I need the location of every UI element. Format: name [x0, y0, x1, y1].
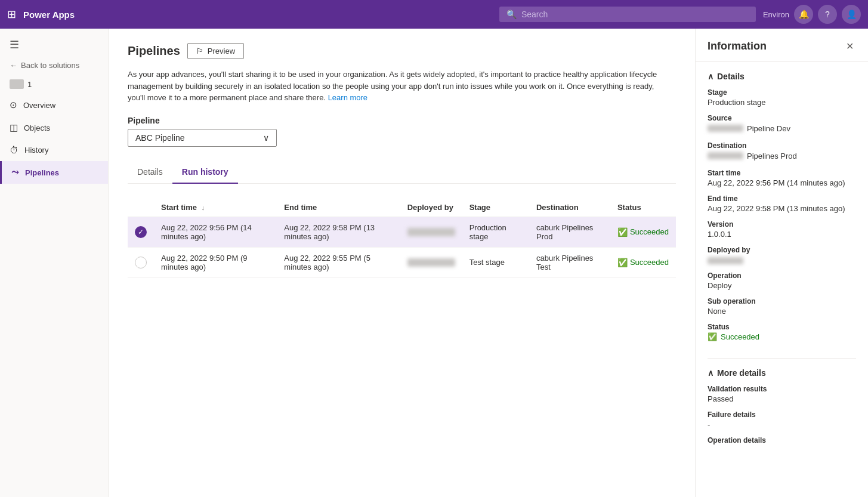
info-panel-header: Information ✕: [696, 29, 868, 62]
environment-label: Environ: [763, 10, 789, 19]
tab-details[interactable]: Details: [128, 161, 172, 184]
col-start-time[interactable]: Start time ↓: [154, 198, 277, 217]
info-field-deployed-by: Deployed by: [708, 246, 856, 264]
learn-more-link[interactable]: Learn more: [328, 93, 367, 102]
field-value: Passed: [708, 394, 856, 403]
field-value: Deploy: [708, 281, 856, 290]
field-label: Failure details: [708, 410, 856, 419]
status-value: Succeeded: [630, 227, 669, 236]
sidebar-item-label: Overview: [23, 101, 55, 110]
search-icon: 🔍: [506, 10, 517, 19]
check-circle-icon: ✓: [135, 226, 147, 238]
field-label: Deployed by: [708, 246, 856, 254]
field-label: End time: [708, 195, 856, 203]
deployed-by-cell: [400, 247, 462, 277]
search-bar[interactable]: 🔍: [499, 7, 756, 22]
user-number: 1: [27, 80, 32, 89]
sidebar-item-label: History: [24, 146, 48, 155]
close-button[interactable]: ✕: [844, 38, 856, 54]
preview-button[interactable]: 🏳 Preview: [187, 43, 244, 59]
field-value: Production stage: [708, 98, 856, 107]
blurred-avatar: [708, 125, 743, 132]
nav-right: Environ 🔔 ? 👤: [763, 5, 861, 24]
sidebar-item-history[interactable]: ⏱ History: [0, 139, 108, 161]
table-row[interactable]: ✓ Aug 22, 2022 9:56 PM (14 minutes ago) …: [128, 217, 676, 247]
start-time-cell: Aug 22, 2022 9:56 PM (14 minutes ago): [154, 217, 277, 247]
field-value-status: ✅ Succeeded: [708, 332, 856, 341]
more-details-section: ∧ More details Validation results Passed…: [696, 359, 868, 461]
source-name: Pipeline Dev: [747, 124, 790, 133]
description-text: As your app advances, you'll start shari…: [128, 69, 665, 104]
field-label: Source: [708, 114, 856, 122]
field-label: Sub operation: [708, 297, 856, 305]
pipeline-select-value: ABC Pipeline: [135, 133, 185, 143]
info-field-sub-operation: Sub operation None: [708, 297, 856, 316]
end-time-cell: Aug 22, 2022 9:58 PM (13 minutes ago): [277, 217, 400, 247]
field-label: Operation: [708, 271, 856, 280]
back-arrow-icon: ←: [10, 61, 17, 70]
tabs: Details Run history: [128, 161, 676, 184]
blurred-avatar: [708, 152, 743, 159]
pipeline-select[interactable]: ABC Pipeline ∨: [128, 129, 277, 147]
blurred-name: [708, 257, 743, 264]
user-avatar[interactable]: 👤: [842, 5, 861, 24]
status-cell: ✅ Succeeded: [610, 247, 676, 277]
sidebar-item-objects[interactable]: ◫ Objects: [0, 116, 108, 139]
preview-icon: 🏳: [196, 47, 204, 55]
info-field-status: Status ✅ Succeeded: [708, 323, 856, 341]
status-cell: ✅ Succeeded: [610, 217, 676, 247]
col-destination: Destination: [529, 198, 610, 217]
field-value: Aug 22, 2022 9:58 PM (13 minutes ago): [708, 204, 856, 213]
app-title: Power Apps: [23, 10, 75, 20]
sidebar-item-overview[interactable]: ⊙ Overview: [0, 94, 108, 116]
grid-icon[interactable]: ⊞: [7, 8, 16, 21]
field-value: Aug 22, 2022 9:56 PM (14 minutes ago): [708, 178, 856, 187]
field-label: Version: [708, 220, 856, 229]
row-check-cell: [128, 247, 154, 277]
field-label: Validation results: [708, 385, 856, 393]
table-row[interactable]: Aug 22, 2022 9:50 PM (9 minutes ago) Aug…: [128, 247, 676, 277]
sidebar: ☰ ← Back to solutions 1 ⊙ Overview ◫ Obj…: [0, 29, 109, 497]
details-section-label: Details: [717, 72, 745, 81]
page-header: Pipelines 🏳 Preview: [128, 43, 676, 59]
objects-icon: ◫: [10, 122, 18, 133]
details-chevron-icon: ∧: [708, 72, 713, 81]
col-end-time: End time: [277, 198, 400, 217]
help-icon[interactable]: ?: [818, 5, 837, 24]
field-label: Start time: [708, 169, 856, 177]
page-title: Pipelines: [128, 44, 180, 58]
info-field-start-time: Start time Aug 22, 2022 9:56 PM (14 minu…: [708, 169, 856, 187]
sidebar-item-pipelines[interactable]: ⤳ Pipelines: [0, 161, 108, 184]
back-to-solutions-link[interactable]: ← Back to solutions: [0, 56, 108, 75]
user-info: 1: [0, 75, 108, 94]
sort-icon: ↓: [202, 204, 205, 211]
field-label: Status: [708, 323, 856, 331]
main-layout: ☰ ← Back to solutions 1 ⊙ Overview ◫ Obj…: [0, 29, 868, 497]
details-section-header[interactable]: ∧ Details: [708, 72, 856, 81]
tab-run-history[interactable]: Run history: [172, 161, 238, 184]
search-input[interactable]: [521, 10, 749, 19]
overview-icon: ⊙: [10, 100, 17, 110]
deployed-by-cell: [400, 217, 462, 247]
col-deployed-by: Deployed by: [400, 198, 462, 217]
field-label: Stage: [708, 88, 856, 97]
field-value: Pipelines Prod: [708, 152, 797, 160]
stage-cell: Production stage: [462, 217, 529, 247]
status-icon: ✅: [617, 227, 628, 237]
info-panel: Information ✕ ∧ Details Stage Production…: [695, 29, 868, 497]
field-value: 1.0.0.1: [708, 230, 856, 239]
info-panel-title: Information: [708, 40, 767, 53]
notification-icon[interactable]: 🔔: [794, 5, 813, 24]
info-field-validation: Validation results Passed: [708, 385, 856, 403]
info-field-operation-details: Operation details: [708, 436, 856, 444]
more-details-section-header[interactable]: ∧ More details: [708, 368, 856, 378]
chevron-down-icon: ∨: [263, 133, 269, 143]
destination-cell: caburk Pipelines Prod: [529, 217, 610, 247]
start-time-cell: Aug 22, 2022 9:50 PM (9 minutes ago): [154, 247, 277, 277]
stage-cell: Test stage: [462, 247, 529, 277]
sidebar-toggle[interactable]: ☰: [0, 33, 108, 56]
status-text: Succeeded: [721, 332, 759, 341]
field-value: None: [708, 307, 856, 316]
col-status: Status: [610, 198, 676, 217]
sidebar-item-label: Pipelines: [25, 168, 59, 177]
